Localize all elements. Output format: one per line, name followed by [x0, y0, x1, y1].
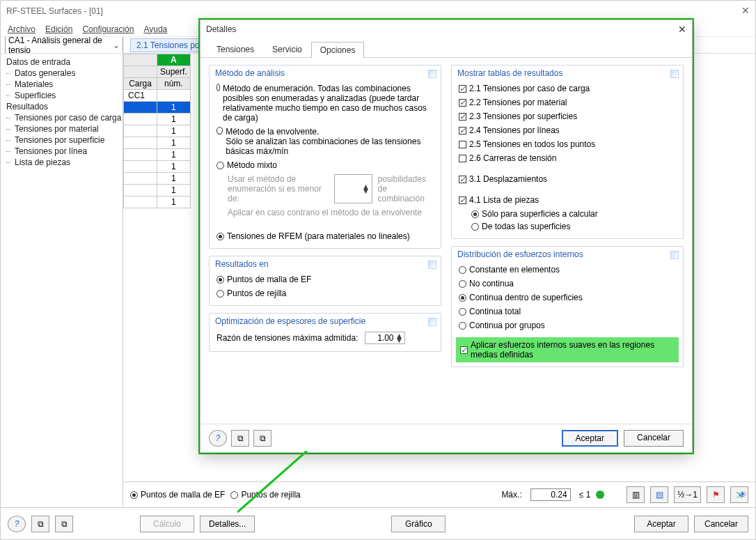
tree-item[interactable]: Materiales: [2, 79, 121, 90]
radio-conttot[interactable]: Continua total: [459, 307, 676, 316]
radio-fe[interactable]: Puntos de malla de EF: [216, 275, 434, 284]
chk-22[interactable]: 2.2 Tensiones por material: [459, 98, 676, 107]
tab-servicio[interactable]: Servicio: [263, 41, 311, 57]
case-combo[interactable]: CA1 - Análisis general de tensio⌄: [5, 37, 123, 54]
chevron-down-icon: ⌄: [113, 40, 120, 50]
group-tables: Mostrar tablas de resultados: [452, 65, 683, 79]
status-ok-icon: [596, 491, 604, 499]
group-results-in: Resultados en: [210, 256, 441, 270]
ok-button[interactable]: Aceptar: [634, 516, 688, 532]
nav-tree: Datos de entrada Datos generales Materia…: [1, 54, 123, 507]
tool-b[interactable]: ⧉: [55, 516, 73, 532]
tree-item[interactable]: Tensiones por material: [2, 123, 121, 134]
radio-mixed[interactable]: Método mixto: [216, 160, 434, 170]
radio-contgrp[interactable]: Continua por grupos: [459, 321, 676, 330]
chk-26[interactable]: 2.6 Carreras de tensión: [459, 153, 676, 163]
tab-tensiones[interactable]: Tensiones: [207, 41, 263, 57]
radio-fe-points[interactable]: Puntos de malla de EF: [130, 490, 225, 500]
col-num: núm.: [157, 78, 191, 90]
max-limit: ≤ 1: [579, 490, 591, 500]
tool-btn-4[interactable]: ⚑: [707, 486, 725, 503]
chk-41[interactable]: 4.1 Lista de piezas: [459, 195, 676, 205]
tab-opciones[interactable]: Opciones: [311, 42, 365, 58]
radio-surf-calc[interactable]: Sólo para superficies a calcular: [471, 209, 676, 219]
radio-contsurf[interactable]: Continua dentro de superficies: [459, 293, 676, 302]
max-value: 0.24: [530, 488, 571, 501]
details-dialog: Detalles ✕ Tensiones Servicio Opciones M…: [200, 20, 693, 453]
dlg-ok-button[interactable]: Aceptar: [562, 430, 618, 447]
max-label: Máx.:: [501, 490, 521, 500]
details-button[interactable]: Detalles...: [200, 516, 255, 532]
graph-button[interactable]: Gráfico: [391, 516, 446, 532]
dialog-title: Detalles: [206, 24, 236, 34]
mixed-spin: ▲▼: [334, 174, 372, 203]
calc-button[interactable]: Cálculo: [140, 516, 194, 532]
radio-surf-all[interactable]: De todas las superficies: [471, 222, 676, 231]
tree-item[interactable]: Lista de piezas: [2, 157, 121, 168]
col-A: A: [157, 54, 191, 66]
dlg-tool-1[interactable]: ⧉: [231, 430, 249, 447]
chk-23[interactable]: 2.3 Tensiones por superficies: [459, 111, 676, 121]
tree-item[interactable]: Tensiones por línea: [2, 146, 121, 157]
radio-enum[interactable]: Método de enumeración. Todas las combina…: [216, 84, 434, 123]
case-combo-label: CA1 - Análisis general de tensio: [8, 37, 113, 54]
dlg-tool-2[interactable]: ⧉: [253, 430, 271, 447]
grid-lower-toolbar: Puntos de malla de EF Puntos de rejilla …: [123, 481, 755, 507]
dlg-help-icon[interactable]: ?: [209, 430, 227, 447]
menu-file[interactable]: Archivo: [8, 24, 36, 34]
menu-edit[interactable]: Edición: [45, 24, 72, 34]
radio-gr[interactable]: Puntos de rejilla: [216, 288, 434, 298]
cell-cc1: CC1: [124, 90, 157, 102]
col-surf: Superf.: [157, 66, 191, 78]
group-dist: Distribución de esfuerzos internos: [452, 247, 683, 261]
tree-entry[interactable]: Datos de entrada: [2, 56, 121, 68]
optim-spin[interactable]: 1.00▲▼: [365, 332, 405, 344]
chk-25[interactable]: 2.5 Tensiones en todos los puntos: [459, 139, 676, 149]
menu-config[interactable]: Configuración: [82, 24, 134, 34]
radio-grid-points[interactable]: Puntos de rejilla: [230, 490, 300, 500]
cancel-button[interactable]: Cancelar: [694, 516, 748, 532]
tool-btn-2[interactable]: ▤: [650, 486, 668, 503]
tree-item[interactable]: Tensiones por caso de carga: [2, 112, 121, 123]
group-optim: Optimización de espesores de superficie: [210, 314, 441, 327]
dlg-cancel-button[interactable]: Cancelar: [624, 430, 684, 447]
tree-item[interactable]: Datos generales: [2, 68, 121, 79]
help-icon[interactable]: ?: [8, 516, 26, 532]
group-method: Método de análisis: [210, 65, 441, 79]
tool-a[interactable]: ⧉: [31, 516, 49, 532]
col-load: Carga: [124, 78, 157, 90]
tree-item[interactable]: Superficies: [2, 90, 121, 101]
tree-results[interactable]: Resultados: [2, 101, 121, 112]
radio-rfem[interactable]: Tensiones de RFEM (para materiales no li…: [216, 231, 434, 241]
chk-smooth[interactable]: Aplicar esfuerzos internos suaves en las…: [460, 340, 675, 360]
dialog-close-icon[interactable]: ✕: [678, 24, 686, 35]
menu-help[interactable]: Ayuda: [143, 24, 167, 34]
chk-31[interactable]: 3.1 Desplazamientos: [459, 174, 676, 184]
tool-btn-1[interactable]: ▥: [627, 486, 645, 503]
tree-item[interactable]: Tensiones por superficie: [2, 134, 121, 146]
radio-const[interactable]: Constante en elementos: [459, 265, 676, 275]
eye-icon[interactable]: 👁: [739, 490, 747, 500]
close-icon[interactable]: ✕: [741, 5, 750, 16]
radio-envelope[interactable]: Método de la envolvente. Sólo se analiza…: [216, 127, 434, 156]
tool-btn-3[interactable]: ½→1: [674, 486, 701, 503]
window-title: RF-STEEL Surfaces - [01]: [6, 6, 103, 16]
chk-21[interactable]: 2.1 Tensiones por caso de carga: [459, 84, 676, 93]
radio-nocont[interactable]: No continua: [459, 279, 676, 288]
chk-24[interactable]: 2.4 Tensiones por líneas: [459, 125, 676, 135]
optim-label: Razón de tensiones máxima admitida:: [216, 333, 358, 343]
cell-val: 1: [157, 102, 191, 114]
